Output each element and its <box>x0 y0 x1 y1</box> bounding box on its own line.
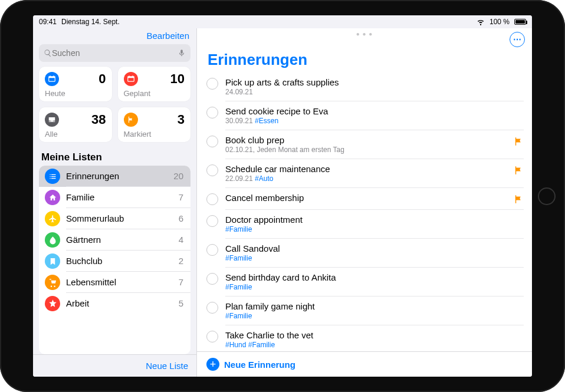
complete-toggle[interactable] <box>206 78 218 90</box>
reminder-meta: #Hund #Familie <box>225 341 524 349</box>
ipad-device-frame: 09:41 Dienstag 14. Sept. 100 % Bearbeite… <box>0 0 565 392</box>
complete-toggle[interactable] <box>206 331 218 342</box>
reminder-item[interactable]: Send birthday card to Ankita #Familie <box>197 268 532 297</box>
flag-icon <box>124 113 138 127</box>
list-item-familie[interactable]: Familie 7 <box>39 187 190 208</box>
complete-toggle[interactable] <box>206 136 218 147</box>
reminder-tag[interactable]: #Familie <box>225 254 252 262</box>
complete-toggle[interactable] <box>206 244 218 256</box>
reminder-item[interactable]: Doctor appointment #Familie <box>197 210 532 239</box>
reminder-title: Doctor appointment <box>225 215 524 225</box>
reminder-tag[interactable]: #Auto <box>255 174 273 183</box>
wifi-icon <box>477 18 485 26</box>
edit-button[interactable]: Bearbeiten <box>146 31 189 41</box>
reminder-tag[interactable]: #Essen <box>255 117 278 125</box>
list-name: Lebensmittel <box>66 277 116 287</box>
complete-toggle[interactable] <box>206 215 218 227</box>
list-item-gärtnern[interactable]: Gärtnern 4 <box>39 229 190 251</box>
smart-card-markiert[interactable]: 3 Markiert <box>118 107 191 142</box>
reminder-tag[interactable]: #Familie <box>225 283 252 291</box>
reminder-item[interactable]: Plan family game night #Familie <box>197 297 532 325</box>
list-name: Gärtnern <box>66 235 101 245</box>
reminder-tag[interactable]: #Familie <box>225 225 252 233</box>
reminder-title: Pick up arts & crafts supplies <box>225 77 524 87</box>
smart-card-geplant[interactable]: 10 Geplant <box>118 67 191 101</box>
reminder-title: Send cookie recipe to Eva <box>225 106 524 116</box>
house-icon <box>45 190 60 205</box>
reminder-tag[interactable]: #Familie <box>248 341 275 349</box>
home-button[interactable] <box>538 187 556 205</box>
reminder-item[interactable]: Pick up arts & crafts supplies 24.09.21 <box>197 73 532 101</box>
list-item-erinnerungen[interactable]: Erinnerungen 20 <box>39 166 190 187</box>
reminder-tag[interactable]: #Hund <box>225 341 246 349</box>
smart-count: 10 <box>170 71 185 87</box>
reminder-title: Plan family game night <box>225 301 524 311</box>
smart-label: Geplant <box>124 89 185 98</box>
reminders-list: Pick up arts & crafts supplies 24.09.21 … <box>197 73 532 351</box>
status-date: Dienstag 14. Sept. <box>61 18 120 26</box>
reminder-meta: 02.10.21, Jeden Monat am ersten Tag <box>225 146 508 154</box>
calendar-icon <box>124 72 138 86</box>
new-list-button[interactable]: Neue Liste <box>146 361 188 371</box>
reminder-title: Call Sandoval <box>225 243 524 253</box>
flag-icon <box>513 165 524 176</box>
complete-toggle[interactable] <box>206 273 218 285</box>
calendar-icon <box>45 72 59 86</box>
battery-icon <box>514 19 526 25</box>
reminder-item[interactable]: Cancel membership <box>197 188 532 210</box>
add-reminder-icon[interactable]: + <box>206 358 219 371</box>
main-panel: ● ● ● ⋯ Erinnerungen Pick up arts & craf… <box>197 28 532 377</box>
reminder-meta: #Familie <box>225 225 524 233</box>
smart-card-heute[interactable]: 0 Heute <box>39 67 112 101</box>
reminder-tag[interactable]: #Familie <box>225 312 252 320</box>
mic-icon[interactable] <box>178 49 186 57</box>
more-button[interactable]: ⋯ <box>510 32 525 47</box>
search-field[interactable] <box>39 44 190 62</box>
complete-toggle[interactable] <box>206 302 218 314</box>
reminder-meta: 24.09.21 <box>225 88 524 96</box>
reminder-meta: #Familie <box>225 283 524 291</box>
reminder-meta: #Familie <box>225 312 524 320</box>
reminder-item[interactable]: Call Sandoval #Familie <box>197 239 532 268</box>
search-icon <box>44 49 52 57</box>
smart-label: Heute <box>45 89 106 98</box>
list-count: 7 <box>179 277 183 287</box>
new-reminder-label: Neue Erinnerung <box>224 360 295 370</box>
list-name: Arbeit <box>66 298 89 308</box>
reminder-item[interactable]: Send cookie recipe to Eva 30.09.21 #Esse… <box>197 101 532 130</box>
list-name: Sommerurlaub <box>66 213 124 223</box>
smart-label: Markiert <box>124 130 185 139</box>
cart-icon <box>45 275 60 290</box>
complete-toggle[interactable] <box>206 107 218 118</box>
complete-toggle[interactable] <box>206 193 218 205</box>
reminder-title: Take Charlie to the vet <box>225 330 524 340</box>
search-input[interactable] <box>52 48 178 58</box>
list-count: 2 <box>179 256 183 266</box>
list-item-sommerurlaub[interactable]: Sommerurlaub 6 <box>39 208 190 229</box>
screen: 09:41 Dienstag 14. Sept. 100 % Bearbeite… <box>33 15 532 377</box>
smart-count: 0 <box>98 71 106 87</box>
status-bar: 09:41 Dienstag 14. Sept. 100 % <box>33 15 532 28</box>
reminder-item[interactable]: Book club prep 02.10.21, Jeden Monat am … <box>197 130 532 159</box>
flag-icon <box>513 136 524 147</box>
reminder-title: Send birthday card to Ankita <box>225 272 524 282</box>
tray-icon <box>45 113 59 127</box>
status-time: 09:41 <box>39 18 57 26</box>
list-name: Familie <box>66 192 94 202</box>
grabber-icon[interactable]: ● ● ● <box>356 31 373 37</box>
star-icon <box>45 296 60 311</box>
reminder-meta: 30.09.21 #Essen <box>225 117 524 125</box>
reminder-title: Schedule car maintenance <box>225 164 508 174</box>
list-item-arbeit[interactable]: Arbeit 5 <box>39 293 190 314</box>
reminder-item[interactable]: Schedule car maintenance 22.09.21 #Auto <box>197 159 532 188</box>
reminder-title: Book club prep <box>225 135 508 145</box>
reminder-item[interactable]: Take Charlie to the vet #Hund #Familie <box>197 325 532 351</box>
list-count: 5 <box>179 298 183 308</box>
reminder-title: Cancel membership <box>225 193 508 203</box>
new-reminder-row[interactable]: + Neue Erinnerung <box>197 351 532 377</box>
my-lists-header: Meine Listen <box>33 148 196 166</box>
list-item-lebensmittel[interactable]: Lebensmittel 7 <box>39 272 190 293</box>
smart-card-alle[interactable]: 38 Alle <box>39 107 112 142</box>
list-item-buchclub[interactable]: Buchclub 2 <box>39 251 190 272</box>
complete-toggle[interactable] <box>206 164 218 176</box>
